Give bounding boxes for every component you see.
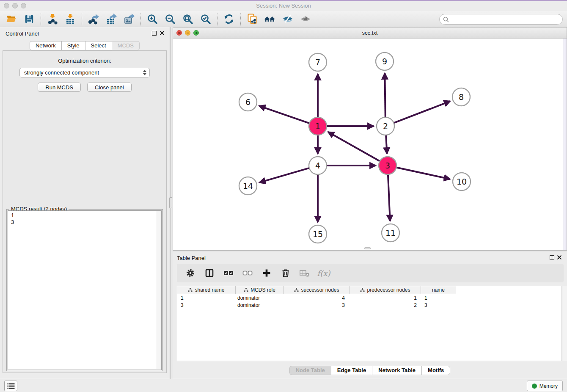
list-icon [7, 383, 15, 389]
close-table-panel-icon[interactable] [556, 255, 562, 261]
column-header-shared-name[interactable]: shared name [177, 286, 236, 294]
refresh-view-button[interactable] [220, 12, 238, 26]
memory-status-icon [532, 384, 537, 389]
float-table-panel-icon[interactable] [550, 255, 554, 260]
select-all-columns-button[interactable] [223, 267, 234, 279]
tab-network[interactable]: Network [30, 41, 62, 50]
refresh-icon [223, 14, 234, 25]
toolbar-separator [240, 13, 241, 25]
cell-mcds-role[interactable]: dominator [236, 295, 284, 301]
zoom-window-icon[interactable] [21, 3, 26, 8]
table-vertical-scrollbar[interactable] [562, 286, 567, 361]
cell-predecessor-nodes[interactable]: 2 [350, 302, 421, 308]
hierarchy-icon [188, 288, 193, 292]
import-network-button[interactable] [44, 12, 61, 26]
deselect-all-columns-button[interactable] [242, 267, 253, 279]
task-history-button[interactable] [4, 381, 17, 391]
column-header-name[interactable]: name [421, 286, 456, 294]
column-header-mcds-role[interactable]: MCDS role [236, 286, 284, 294]
tab-mcds[interactable]: MCDS [112, 41, 140, 50]
graph-edge-4-14[interactable] [259, 168, 309, 182]
copy-network-button[interactable] [243, 12, 261, 26]
table-toolbar: f(x) [177, 264, 564, 282]
column-header-successor-nodes[interactable]: successor nodes [284, 286, 350, 294]
zoom-selected-button[interactable] [197, 12, 215, 26]
cell-mcds-role[interactable]: dominator [236, 302, 284, 308]
graph-edge-3-1[interactable] [328, 132, 380, 161]
table-settings-button[interactable] [184, 267, 196, 279]
zoom-fit-button[interactable] [179, 12, 197, 26]
close-panel-icon[interactable] [159, 30, 165, 36]
add-column-button[interactable] [261, 267, 272, 279]
hide-graphics-details-button[interactable] [297, 12, 314, 26]
close-window-icon[interactable] [4, 3, 9, 8]
export-network-icon [88, 14, 99, 25]
column-header-predecessor-nodes[interactable]: predecessor nodes [350, 286, 421, 294]
cell-successor-nodes[interactable]: 3 [284, 302, 350, 308]
column-label: MCDS role [250, 287, 275, 293]
table-row[interactable]: 1 dominator 4 1 1 [177, 294, 561, 301]
run-mcds-button[interactable]: Run MCDS [38, 83, 81, 92]
cell-name[interactable]: 1 [421, 295, 456, 301]
memory-label: Memory [539, 383, 558, 389]
minimize-window-icon[interactable] [12, 3, 18, 8]
import-table-icon [65, 14, 76, 25]
show-graphics-details-button[interactable] [279, 12, 297, 26]
graph-edge-2-9[interactable] [385, 73, 385, 117]
split-columns-button[interactable] [204, 267, 215, 279]
table-panel-title: Table Panel [177, 255, 206, 261]
export-table-button[interactable] [102, 12, 120, 26]
home-button[interactable] [261, 12, 279, 26]
zoom-out-icon [165, 14, 176, 25]
criterion-select[interactable]: strongly connected component [19, 68, 150, 77]
tab-network-table[interactable]: Network Table [372, 366, 422, 375]
graph-node-label: 15 [313, 229, 323, 239]
graph-edge-3-11[interactable] [388, 174, 390, 221]
mcds-result-list[interactable]: 1 3 [8, 210, 162, 370]
zoom-in-button[interactable] [143, 12, 161, 26]
tab-select[interactable]: Select [85, 41, 112, 50]
import-table-button[interactable] [61, 12, 79, 26]
titlebar[interactable]: Session: New Session [0, 1, 567, 11]
tab-node-table[interactable]: Node Table [289, 366, 331, 375]
graph-node-label: 3 [385, 161, 390, 170]
cytoscape-window: Session: New Session [0, 0, 567, 392]
close-panel-button[interactable]: Close panel [87, 83, 132, 92]
cell-successor-nodes[interactable]: 4 [284, 295, 350, 301]
graph-edge-2-8[interactable] [394, 101, 450, 123]
cell-shared-name[interactable]: 1 [177, 295, 236, 301]
search-input[interactable] [451, 15, 562, 24]
graph-edge-2-3[interactable] [386, 135, 387, 154]
open-session-button[interactable] [3, 12, 20, 26]
cell-predecessor-nodes[interactable]: 1 [350, 295, 421, 301]
network-graph: 7968124314101511 [173, 39, 562, 250]
network-bottom-handle[interactable] [364, 247, 371, 249]
network-titlebar[interactable]: scc.txt [173, 28, 567, 39]
tab-motifs[interactable]: Motifs [421, 366, 450, 375]
cell-name[interactable]: 3 [421, 302, 456, 308]
graph-edge-1-6[interactable] [259, 106, 309, 123]
result-scrollbar[interactable] [156, 211, 161, 369]
columns-icon [205, 268, 214, 278]
export-image-button[interactable] [120, 12, 138, 26]
float-panel-icon[interactable] [152, 31, 157, 36]
table-row[interactable]: 3 dominator 3 2 3 [177, 301, 561, 309]
splitter-handle[interactable] [169, 197, 172, 208]
traffic-lights [4, 3, 26, 8]
graph-node-label: 14 [243, 181, 253, 190]
memory-button[interactable]: Memory [527, 381, 563, 391]
export-network-button[interactable] [85, 12, 102, 26]
delete-column-button[interactable] [280, 267, 292, 279]
panel-splitter[interactable] [169, 27, 173, 379]
tab-edge-table[interactable]: Edge Table [331, 366, 372, 375]
cell-shared-name[interactable]: 3 [177, 302, 236, 308]
network-vertical-scrollbar[interactable] [564, 39, 567, 250]
mcds-result-line: 1 [11, 212, 161, 219]
network-canvas[interactable]: 7968124314101511 [173, 39, 567, 250]
graph-edge-3-10[interactable] [396, 167, 450, 179]
zoom-out-button[interactable] [161, 12, 179, 26]
open-folder-icon [6, 14, 17, 25]
save-session-button[interactable] [20, 12, 38, 26]
tab-style[interactable]: Style [61, 41, 85, 50]
control-panel: Control Panel Network Style Select MCDS … [0, 27, 169, 379]
